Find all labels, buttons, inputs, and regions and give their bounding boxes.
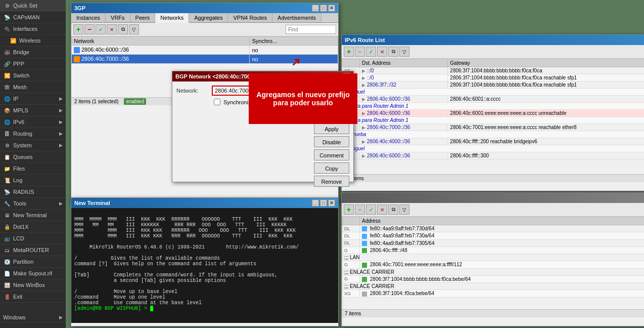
addr-add-btn[interactable]: + — [344, 204, 354, 215]
add-btn[interactable]: + — [73, 24, 83, 34]
sidebar-item-system[interactable]: ⚙ System ▶ — [0, 140, 66, 151]
sidebar-item-exit[interactable]: 🚪 Exit — [0, 291, 66, 303]
table-row[interactable]: XS ▶ 2806:40c:6000::/36 2806:40c:6001::a… — [342, 96, 645, 103]
tab-vpn4routes[interactable]: VPN4 Routes — [228, 13, 272, 22]
filter-btn[interactable]: ▽ — [129, 24, 139, 34]
terminal-content[interactable]: MMM MMMM MMM III KKK KKK RRRRRR OOOOOO T… — [71, 208, 338, 323]
ipv6-route-status: 12 items — [342, 174, 644, 182]
ipv6-add-btn[interactable]: + — [344, 47, 354, 57]
terminal-cursor — [150, 306, 153, 311]
cross-btn[interactable]: ✕ — [107, 24, 117, 34]
sidebar-item-new-winbox[interactable]: 🪟 New WinBox — [0, 279, 66, 291]
table-row[interactable]: AS ▶ 2806:40c:7000::/36 2806:40c:7001:ee… — [342, 124, 645, 131]
routing-icon: 🛤 — [3, 130, 11, 138]
sidebar-item-quickset[interactable]: ⚙ Quick Set — [0, 0, 66, 12]
sidebar-item-windows[interactable]: Windows ▶ — [0, 313, 66, 322]
sidebar-item-new-terminal[interactable]: 🖥 New Terminal — [0, 210, 66, 221]
sidebar-item-metarouter[interactable]: 🗂 MetaROUTER — [0, 244, 66, 256]
terminal-titlebar[interactable]: New Terminal _ □ ✕ — [71, 198, 338, 208]
table-row[interactable]: AS ▶ 2806:40c:4000::/36 2806:40c:ffff::2… — [342, 138, 645, 145]
table-row-comment: ;;; Prueba — [342, 131, 645, 138]
sidebar-item-partition[interactable]: 💽 Partition — [0, 256, 66, 268]
mesh-icon: 🕸 — [3, 83, 11, 91]
table-row[interactable]: DL fe80::4aa9:8aff:feb7:730a/64 — [342, 232, 645, 239]
sidebar-item-ip[interactable]: 🌐 IP ▶ — [0, 93, 66, 105]
ipv6-toolbar: + − ✓ ✕ ⧉ ▽ — [342, 45, 644, 59]
table-row[interactable]: DAb ▶ ::/0 2806:3f7:1004:bbbb:bbbb:bbbb:… — [342, 74, 645, 81]
ipv6-filter-btn[interactable]: ▽ — [399, 47, 409, 57]
tab-networks[interactable]: Networks — [155, 13, 189, 23]
sidebar-item-interfaces[interactable]: 🔌 Interfaces — [0, 23, 66, 35]
table-row[interactable]: DL fe80::4aa9:8aff:feb7:7305/64 — [342, 239, 645, 247]
quickset-icon: ⚙ — [3, 2, 11, 10]
addr-remove-btn[interactable]: − — [355, 204, 365, 215]
sync-checkbox[interactable] — [214, 99, 220, 105]
sidebar-item-capsman[interactable]: 📡 CAPsMAN — [0, 12, 66, 23]
sidebar-item-mpls[interactable]: 📦 MPLS ▶ — [0, 105, 66, 116]
sidebar-item-ipv6[interactable]: 🌐 IPv6 ▶ — [0, 116, 66, 128]
sidebar-item-bridge[interactable]: 🌉 Bridge — [0, 47, 66, 58]
sidebar-item-mesh[interactable]: 🕸 Mesh — [0, 81, 66, 93]
table-row[interactable]: G 2806:3f7:1004:bbbb:bbbb:bbbb:f0ca:bebe… — [342, 275, 645, 282]
copy-btn[interactable]: ⧉ — [118, 24, 128, 34]
ipv6-addr-titlebar[interactable]: _ □ ✕ — [342, 193, 644, 203]
addr-check-btn[interactable]: ✓ — [366, 204, 376, 215]
table-row[interactable]: XS ▶ 2806:40c:6000::/36 2806:40c:ffff::3… — [342, 152, 645, 159]
tab-advertisements[interactable]: Advertisements — [272, 13, 321, 22]
sidebar-item-files[interactable]: 📁 Files — [0, 163, 66, 175]
bgp-close-btn[interactable]: ✕ — [328, 5, 335, 12]
bgp-tabs: Instances VRFs Peers Networks Aggregates… — [71, 13, 338, 23]
bgp-minimize-btn[interactable]: _ — [312, 5, 319, 12]
table-row[interactable]: S ▶ 2806:40c:6000::/36 2806:40c:6001:eee… — [342, 110, 645, 117]
ipv6-check-btn[interactable]: ✓ — [366, 47, 376, 57]
terminal-controls: _ □ ✕ — [312, 199, 335, 207]
tab-instances[interactable]: Instances — [71, 13, 106, 22]
bgp-titlebar[interactable]: 3GP _ □ ✕ — [71, 3, 338, 13]
comment-button[interactable]: Comment — [314, 149, 349, 160]
ppp-icon: 🔗 — [3, 60, 11, 68]
sidebar-item-routing[interactable]: 🛤 Routing ▶ — [0, 128, 66, 140]
sidebar-item-lcd[interactable]: 📺 LCD — [0, 233, 66, 244]
table-row[interactable]: XG 2806:3f7:1004::f0ca:bebe/64 — [342, 290, 645, 297]
ipv6-titlebar[interactable]: IPv6 Route List _ □ ✕ — [342, 35, 644, 45]
apply-button[interactable]: Apply — [314, 123, 349, 134]
terminal-maximize-btn[interactable]: □ — [320, 199, 327, 207]
bgp-find-input[interactable] — [286, 25, 336, 34]
terminal-close-btn[interactable]: ✕ — [328, 199, 335, 207]
ipv6-title: IPv6 Route List — [345, 37, 644, 43]
ipv6-remove-btn[interactable]: − — [355, 47, 365, 57]
table-row[interactable]: DAb ▶ 2806:3f7::/32 2806:3f7:1004:bbbb:b… — [342, 81, 645, 89]
remove-btn[interactable]: − — [84, 24, 95, 34]
ipv6-cross-btn[interactable]: ✕ — [377, 47, 387, 57]
addr-copy-btn[interactable]: ⧉ — [388, 204, 398, 215]
sidebar-item-wireless[interactable]: 📶 Wireless — [0, 35, 66, 47]
bridge-icon: 🌉 — [3, 48, 11, 56]
sidebar-item-radius[interactable]: 📡 RADIUS — [0, 186, 66, 198]
disable-button[interactable]: Disable — [314, 136, 349, 147]
tab-aggregates[interactable]: Aggregates — [189, 13, 228, 22]
remove-button[interactable]: Remove — [314, 176, 349, 187]
table-row[interactable]: G 2806:40c:ffff::/48 — [342, 247, 645, 254]
table-row[interactable]: G 2806:40c:7001:eeee:eeee:eeee:a:ffff/11… — [342, 261, 645, 268]
table-row[interactable]: DL fe80::4aa9:8aff:feb7:730d/64 — [342, 225, 645, 232]
addr-cross-btn[interactable]: ✕ — [377, 204, 387, 215]
bgp-maximize-btn[interactable]: □ — [320, 5, 327, 12]
tab-peers[interactable]: Peers — [130, 13, 156, 22]
table-row[interactable]: 2806:40c:6000::/36 no — [72, 46, 338, 55]
ipv6-copy-btn[interactable]: ⧉ — [388, 47, 398, 57]
newwinbox-icon: 🪟 — [3, 281, 11, 289]
tab-vrfs[interactable]: VRFs — [106, 13, 130, 22]
sidebar-item-dot1x[interactable]: 🔒 Dot1X — [0, 221, 66, 233]
addr-filter-btn[interactable]: ▽ — [399, 204, 409, 215]
table-row[interactable]: XS ▶ ::/0 2806:3f7:1004:bbbb:bbbb:bbbb:f… — [342, 67, 645, 74]
terminal-minimize-btn[interactable]: _ — [312, 199, 319, 207]
sidebar-item-ppp[interactable]: 🔗 PPP — [0, 58, 66, 70]
check-btn[interactable]: ✓ — [96, 24, 106, 34]
sidebar-item-switch[interactable]: 🔀 Switch — [0, 70, 66, 81]
col-dst: Dst. Address — [360, 59, 448, 67]
sidebar-item-tools[interactable]: 🔧 Tools ▶ — [0, 198, 66, 210]
copy-button[interactable]: Copy — [314, 162, 349, 174]
sidebar-item-log[interactable]: 📜 Log — [0, 175, 66, 186]
sidebar-item-make-supout[interactable]: 📄 Make Supout.rif — [0, 268, 66, 279]
sidebar-item-queues[interactable]: 📋 Queues — [0, 151, 66, 163]
